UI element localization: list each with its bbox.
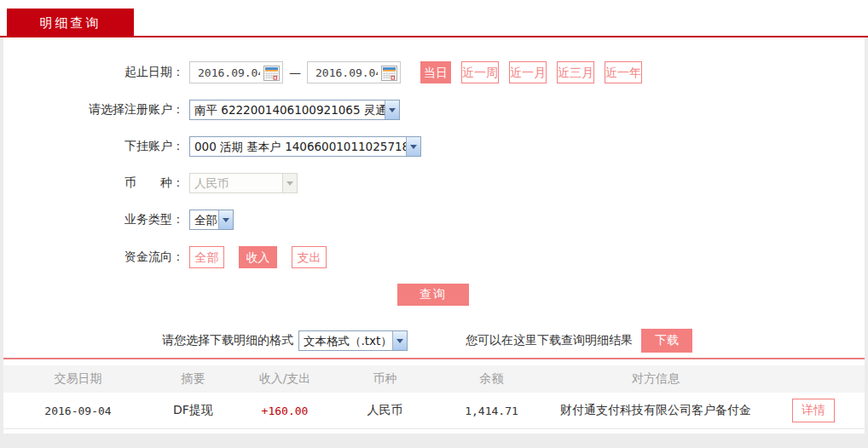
direction-income-button[interactable]: 收入 bbox=[239, 246, 277, 268]
detail-query-panel: 起止日期： — bbox=[3, 37, 865, 434]
download-hint: 您可以在这里下载查询明细结果 bbox=[466, 333, 633, 348]
table-header-row: 交易日期 摘要 收入/支出 币种 余额 对方信息 bbox=[3, 365, 865, 393]
detail-button[interactable]: 详情 bbox=[792, 399, 835, 422]
chevron-down-icon bbox=[385, 101, 399, 119]
business-type-row: 业务类型： 全部 bbox=[3, 210, 865, 230]
register-account-label: 请选择注册账户： bbox=[3, 102, 184, 118]
cell-currency: 人民币 bbox=[336, 403, 434, 418]
fund-direction-label: 资金流向： bbox=[3, 250, 184, 265]
calendar-icon[interactable] bbox=[263, 66, 280, 81]
direction-all-button[interactable]: 全部 bbox=[189, 246, 224, 268]
chevron-down-icon bbox=[392, 331, 407, 350]
tab-detail-query[interactable]: 明细查询 bbox=[7, 9, 134, 37]
table-row: 2016-09-04 DF提现 +160.00 人民币 1,414.71 财付通… bbox=[3, 393, 865, 429]
download-format-select[interactable]: 文本格式（.txt） bbox=[298, 330, 408, 351]
chevron-down-icon bbox=[218, 210, 233, 229]
header-balance: 余额 bbox=[434, 371, 549, 387]
query-form: 起止日期： — bbox=[3, 37, 865, 306]
sub-account-label: 下挂账户： bbox=[3, 139, 184, 154]
header-summary: 摘要 bbox=[153, 371, 234, 387]
fund-direction-row: 资金流向： 全部 收入 支出 bbox=[3, 246, 865, 268]
date-range-separator: — bbox=[289, 66, 301, 79]
header-currency: 币种 bbox=[336, 371, 434, 387]
start-date-field[interactable] bbox=[189, 61, 283, 83]
sub-account-row: 下挂账户： 000 活期 基本户 1406600101102571848 bbox=[3, 136, 865, 157]
cell-summary: DF提现 bbox=[153, 403, 234, 418]
download-format-label: 请您选择下载明细的格式 bbox=[162, 333, 293, 348]
cell-trade-date: 2016-09-04 bbox=[3, 405, 153, 417]
end-date-input[interactable] bbox=[308, 63, 378, 82]
cell-balance: 1,414.71 bbox=[434, 405, 549, 417]
chevron-down-icon bbox=[406, 137, 420, 156]
business-type-select[interactable]: 全部 bbox=[189, 210, 234, 230]
quick-range-year[interactable]: 近一年 bbox=[605, 61, 642, 83]
direction-expense-button[interactable]: 支出 bbox=[292, 246, 327, 268]
results-divider bbox=[3, 358, 865, 359]
business-type-label: 业务类型： bbox=[3, 212, 184, 227]
quick-range-week[interactable]: 近一周 bbox=[461, 61, 499, 83]
header-in-out: 收入/支出 bbox=[234, 371, 336, 387]
results-table: 交易日期 摘要 收入/支出 币种 余额 对方信息 2016-09-04 DF提现… bbox=[3, 365, 865, 429]
query-button[interactable]: 查询 bbox=[397, 284, 469, 306]
start-date-input[interactable] bbox=[190, 63, 260, 82]
date-range-label: 起止日期： bbox=[3, 65, 184, 80]
quick-range-today[interactable]: 当日 bbox=[420, 61, 451, 83]
download-row: 请您选择下载明细的格式 文本格式（.txt） 您可以在这里下载查询明细结果 下载 bbox=[162, 329, 865, 353]
currency-select: 人民币 bbox=[189, 173, 298, 193]
currency-row: 币 种： 人民币 bbox=[3, 173, 865, 193]
download-button[interactable]: 下载 bbox=[641, 329, 692, 353]
end-date-field[interactable] bbox=[307, 61, 401, 83]
sub-account-select[interactable]: 000 活期 基本户 1406600101102571848 bbox=[189, 136, 421, 157]
header-counterparty: 对方信息 bbox=[549, 371, 762, 387]
calendar-icon[interactable] bbox=[381, 66, 397, 81]
register-account-select[interactable]: 南平 6222001406100921065 灵通卡 bbox=[189, 100, 400, 120]
date-range-row: 起止日期： — bbox=[3, 61, 865, 83]
chevron-down-icon bbox=[282, 174, 297, 192]
cell-counterparty: 财付通支付科技有限公司客户备付金 bbox=[549, 403, 762, 418]
cell-amount: +160.00 bbox=[234, 405, 336, 417]
quick-range-month[interactable]: 近一月 bbox=[509, 61, 547, 83]
tab-bar: 明细查询 bbox=[0, 0, 868, 37]
header-trade-date: 交易日期 bbox=[3, 371, 153, 387]
register-account-row: 请选择注册账户： 南平 6222001406100921065 灵通卡 bbox=[3, 100, 865, 120]
currency-label: 币 种： bbox=[3, 175, 184, 191]
quick-range-3month[interactable]: 近三月 bbox=[557, 61, 594, 83]
